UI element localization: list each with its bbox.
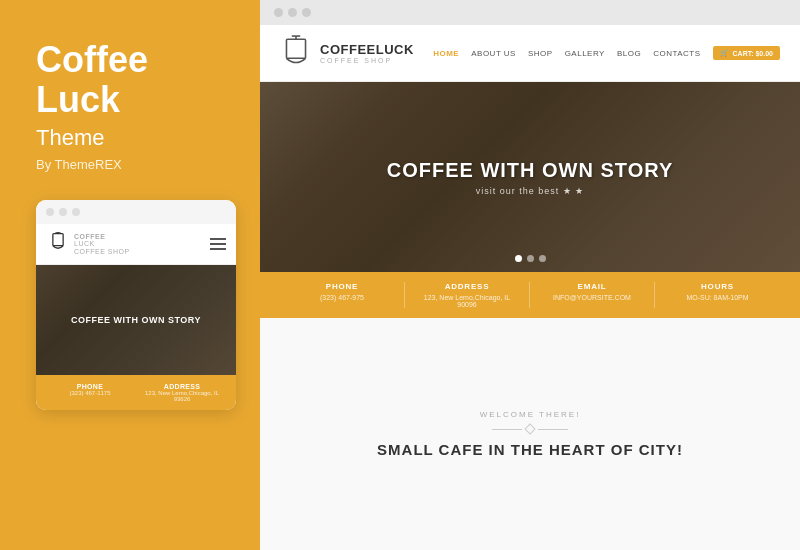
hero-dot-1[interactable] (515, 255, 522, 262)
mobile-address-value: 123, New Lemo,Chicago, IL 93626 (138, 390, 226, 402)
mobile-info-phone: PHONE (323) 467-1175 (46, 383, 134, 402)
mobile-hamburger-icon[interactable] (210, 238, 226, 250)
hero-dots (515, 255, 546, 262)
hero-dot-2[interactable] (527, 255, 534, 262)
welcome-text: WELCOME THERE! (480, 410, 581, 419)
info-address: ADDRESS 123, New Lemo,Chicago, IL 90096 (405, 282, 530, 308)
info-email: EMAIL INFO@YOURSITE.COM (530, 282, 655, 308)
browser-dot-3 (302, 8, 311, 17)
right-panel: COFFEELUCK COFFEE SHOP HOME ABOUT US SHO… (260, 0, 800, 550)
info-hours-label: HOURS (665, 282, 770, 291)
browser-dot-2 (288, 8, 297, 17)
desktop-nav: COFFEELUCK COFFEE SHOP HOME ABOUT US SHO… (260, 25, 800, 82)
menu-item-gallery[interactable]: GALLERY (565, 49, 605, 58)
info-hours-value: MO-SU: 8AM-10PM (665, 294, 770, 301)
arrow-diamond (524, 423, 535, 434)
mobile-dot-1 (46, 208, 54, 216)
menu-item-contacts[interactable]: CONTACTS (653, 49, 700, 58)
svg-rect-3 (286, 39, 305, 58)
menu-item-shop[interactable]: SHOP (528, 49, 553, 58)
mobile-nav: COFFEELUCK COFFEE SHOP (36, 224, 236, 265)
mobile-info-address: ADDRESS 123, New Lemo,Chicago, IL 93626 (138, 383, 226, 402)
mobile-hero: COFFEE WITH OWN STORY (36, 265, 236, 375)
info-phone-value: (323) 467-975 (290, 294, 394, 301)
theme-title: Coffee Luck (36, 40, 230, 119)
hero-dot-3[interactable] (539, 255, 546, 262)
cart-label: CART: $0.00 (733, 50, 773, 57)
mobile-address-label: ADDRESS (138, 383, 226, 390)
info-address-label: ADDRESS (415, 282, 519, 291)
arrow-line-right (538, 429, 568, 430)
mobile-info-bar: PHONE (323) 467-1175 ADDRESS 123, New Le… (36, 375, 236, 410)
info-email-value: INFO@YOURSITE.COM (540, 294, 644, 301)
mobile-titlebar (36, 200, 236, 224)
theme-author: By ThemeREX (36, 157, 230, 172)
mobile-mockup: COFFEELUCK COFFEE SHOP COFFEE WITH OWN S… (36, 200, 236, 410)
info-email-label: EMAIL (540, 282, 644, 291)
mobile-logo-icon (46, 232, 70, 256)
info-hours: HOURS MO-SU: 8AM-10PM (655, 282, 780, 308)
mobile-dot-2 (59, 208, 67, 216)
mobile-logo-text: COFFEELUCK COFFEE SHOP (74, 233, 130, 256)
mobile-phone-value: (323) 467-1175 (46, 390, 134, 396)
mobile-hero-title: COFFEE WITH OWN STORY (71, 315, 201, 325)
browser-dot-1 (274, 8, 283, 17)
desktop-logo: COFFEELUCK COFFEE SHOP (280, 35, 414, 71)
hero-title: COFFEE WITH OWN STORY (387, 159, 674, 182)
mobile-logo: COFFEELUCK COFFEE SHOP (46, 232, 130, 256)
menu-item-blog[interactable]: BLOG (617, 49, 641, 58)
hero-subtitle: visit our the best ★ ★ (476, 186, 585, 196)
desktop-bottom-section: WELCOME THERE! SMALL CAFE IN THE HEART O… (260, 318, 800, 550)
desktop-logo-icon (280, 35, 312, 71)
desktop-logo-sub: COFFEE SHOP (320, 57, 414, 64)
info-address-value: 123, New Lemo,Chicago, IL 90096 (415, 294, 519, 308)
desktop-logo-text: COFFEELUCK (320, 42, 414, 57)
menu-item-about[interactable]: ABOUT US (471, 49, 516, 58)
cart-icon: 🛒 (720, 49, 729, 57)
theme-subtitle: Theme (36, 125, 230, 151)
desktop-logo-text-wrap: COFFEELUCK COFFEE SHOP (320, 42, 414, 64)
mobile-phone-label: PHONE (46, 383, 134, 390)
info-phone: PHONE (323) 467-975 (280, 282, 405, 308)
svg-rect-0 (53, 234, 63, 246)
menu-item-home[interactable]: HOME (433, 49, 459, 58)
browser-chrome (260, 0, 800, 25)
info-phone-label: PHONE (290, 282, 394, 291)
welcome-arrow-decoration (492, 425, 568, 433)
desktop-menu: HOME ABOUT US SHOP GALLERY BLOG CONTACTS… (433, 46, 780, 60)
desktop-info-bar: PHONE (323) 467-975 ADDRESS 123, New Lem… (260, 272, 800, 318)
desktop-hero: COFFEE WITH OWN STORY visit our the best… (260, 82, 800, 272)
left-panel: Coffee Luck Theme By ThemeREX COFFEELUCK… (0, 0, 260, 550)
cart-button[interactable]: 🛒 CART: $0.00 (713, 46, 780, 60)
section-title: SMALL CAFE IN THE HEART OF CITY! (377, 441, 683, 458)
desktop-mockup: COFFEELUCK COFFEE SHOP HOME ABOUT US SHO… (260, 25, 800, 550)
arrow-line-left (492, 429, 522, 430)
mobile-dot-3 (72, 208, 80, 216)
